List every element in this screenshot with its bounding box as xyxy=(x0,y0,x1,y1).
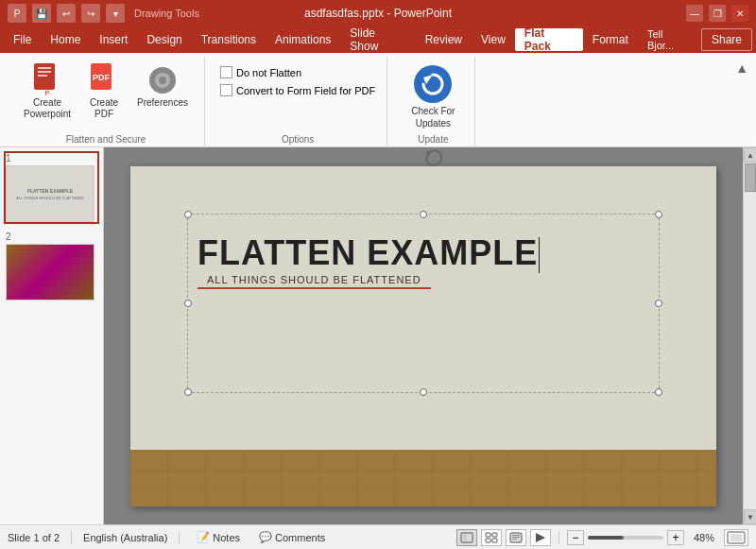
menu-transitions[interactable]: Transitions xyxy=(192,28,266,51)
status-sep-2 xyxy=(179,531,180,544)
status-sep-1 xyxy=(71,531,72,544)
undo-icon[interactable]: ↩ xyxy=(57,4,76,23)
status-left: Slide 1 of 2 English (Australia) 📝 Notes… xyxy=(8,529,456,545)
comments-button[interactable]: 💬 Comments xyxy=(253,529,331,545)
slide-floor xyxy=(130,450,716,506)
customize-icon[interactable]: ▾ xyxy=(106,4,125,23)
title-bar-left: P 💾 ↩ ↪ ▾ Drawing Tools xyxy=(8,4,199,23)
window-title: asdfasdfas.pptx - PowerPoint xyxy=(304,7,452,20)
fit-window-button[interactable] xyxy=(724,529,748,546)
ribbon-group-options-items: Do not Flatten Convert to Form Field for… xyxy=(220,57,375,134)
check-updates-label: Check For Updates xyxy=(411,105,455,129)
menu-animations[interactable]: Animations xyxy=(266,28,340,51)
rotation-indicator xyxy=(423,147,444,171)
menu-share[interactable]: Share xyxy=(701,28,752,51)
svg-rect-19 xyxy=(492,533,497,537)
do-not-flatten-checkbox[interactable]: Do not Flatten xyxy=(220,66,375,78)
handle-top-center[interactable] xyxy=(420,211,427,218)
svg-rect-24 xyxy=(512,537,520,538)
restore-button[interactable]: ❐ xyxy=(709,5,726,22)
zoom-slider[interactable] xyxy=(588,536,663,540)
handle-bottom-center[interactable] xyxy=(420,388,427,396)
ribbon-content: P CreatePowerpoint PDF CreatePDF xyxy=(0,53,756,150)
close-button[interactable]: ✕ xyxy=(731,5,748,22)
normal-view-button[interactable] xyxy=(456,529,477,546)
handle-middle-left[interactable] xyxy=(184,300,192,307)
menu-format[interactable]: Format xyxy=(583,28,638,51)
slide-main-text: FLATTEN EXAMPLE xyxy=(188,233,659,273)
slide-thumb-2[interactable]: 2 xyxy=(4,230,99,302)
menu-bar: File Home Insert Design Transitions Anim… xyxy=(0,26,756,53)
zoom-level[interactable]: 48% xyxy=(688,530,720,545)
scroll-thumb[interactable] xyxy=(745,163,756,192)
comments-label: Comments xyxy=(275,532,325,543)
notes-label: Notes xyxy=(213,532,240,543)
convert-pdf-checkbox[interactable]: Convert to Form Field for PDF xyxy=(220,84,375,96)
slide-sub-text: ALL THINGS SHOULD BE FLATTENED xyxy=(198,274,431,289)
handle-bottom-right[interactable] xyxy=(655,388,662,396)
collapse-ribbon-button[interactable]: ▲ xyxy=(735,57,748,76)
ribbon: P CreatePowerpoint PDF CreatePDF xyxy=(0,53,756,147)
create-pdf-icon: PDF xyxy=(87,63,121,97)
ribbon-group-flatten-label: Flatten and Secure xyxy=(66,134,146,146)
menu-flatpack[interactable]: Flat Pack xyxy=(515,28,583,51)
preferences-button[interactable]: Preferences xyxy=(132,60,193,112)
minimize-button[interactable]: — xyxy=(686,5,703,22)
svg-rect-1 xyxy=(38,67,51,69)
svg-rect-28 xyxy=(730,534,742,541)
zoom-in-button[interactable]: + xyxy=(667,530,684,545)
slide-1-number: 1 xyxy=(6,153,97,163)
scroll-down-button[interactable]: ▼ xyxy=(744,509,756,524)
zoom-percent: 48% xyxy=(694,532,714,543)
menu-view[interactable]: View xyxy=(472,28,515,51)
handle-bottom-left[interactable] xyxy=(184,388,192,396)
zoom-out-button[interactable]: − xyxy=(567,530,584,545)
slide-thumb-1[interactable]: 1 FLATTEN EXAMPLE ALL THINGS SHOULD BE F… xyxy=(4,151,99,224)
slideshow-view-button[interactable] xyxy=(530,529,551,546)
reading-view-button[interactable] xyxy=(506,529,526,546)
create-pdf-button[interactable]: PDF CreatePDF xyxy=(81,60,127,123)
redo-icon[interactable]: ↪ xyxy=(81,4,100,23)
language-info: English (Australia) xyxy=(83,532,167,543)
slide-textbox[interactable]: FLATTEN EXAMPLE ALL THINGS SHOULD BE FLA… xyxy=(187,214,660,393)
notes-button[interactable]: 📝 Notes xyxy=(191,529,246,545)
ribbon-group-flatten: P CreatePowerpoint PDF CreatePDF xyxy=(8,57,205,146)
notes-icon: 📝 xyxy=(197,531,210,543)
app-icon: P xyxy=(8,4,26,23)
svg-text:PDF: PDF xyxy=(93,73,111,82)
check-for-updates-button[interactable]: Check For Updates xyxy=(403,60,463,134)
svg-point-9 xyxy=(159,77,166,84)
svg-rect-18 xyxy=(486,533,490,537)
menu-file[interactable]: File xyxy=(4,28,41,51)
create-powerpoint-button[interactable]: P CreatePowerpoint xyxy=(19,60,76,123)
canvas-area[interactable]: FLATTEN EXAMPLE ALL THINGS SHOULD BE FLA… xyxy=(104,147,743,524)
title-bar: P 💾 ↩ ↪ ▾ Drawing Tools asdfasdfas.pptx … xyxy=(0,0,756,26)
svg-rect-11 xyxy=(162,88,163,94)
convert-pdf-box[interactable] xyxy=(220,84,232,96)
save-icon[interactable]: 💾 xyxy=(32,4,51,23)
svg-rect-12 xyxy=(149,79,155,81)
create-powerpoint-icon: P xyxy=(30,63,64,97)
scroll-up-button[interactable]: ▲ xyxy=(744,147,756,163)
svg-rect-23 xyxy=(512,535,520,536)
menu-insert[interactable]: Insert xyxy=(90,28,137,51)
status-right: − + 48% xyxy=(456,529,748,546)
status-bar: Slide 1 of 2 English (Australia) 📝 Notes… xyxy=(0,524,756,549)
menu-home[interactable]: Home xyxy=(41,28,90,51)
main-area: 1 FLATTEN EXAMPLE ALL THINGS SHOULD BE F… xyxy=(0,147,756,524)
scroll-track xyxy=(744,163,756,509)
svg-rect-13 xyxy=(170,79,176,81)
ribbon-group-flatten-items: P CreatePowerpoint PDF CreatePDF xyxy=(19,57,193,134)
handle-top-right[interactable] xyxy=(655,211,662,218)
do-not-flatten-box[interactable] xyxy=(220,66,232,78)
slide-sub-text-container: ALL THINGS SHOULD BE FLATTENED xyxy=(188,273,659,289)
menu-design[interactable]: Design xyxy=(137,28,191,51)
vertical-scrollbar: ▲ ▼ xyxy=(743,147,756,524)
menu-review[interactable]: Review xyxy=(416,28,472,51)
menu-help[interactable]: Tell Bjor... xyxy=(638,28,701,51)
handle-top-left[interactable] xyxy=(184,211,192,218)
handle-middle-right[interactable] xyxy=(655,300,662,307)
menu-slideshow[interactable]: Slide Show xyxy=(340,28,415,51)
grid-view-button[interactable] xyxy=(481,529,502,546)
ribbon-group-update: Check For Updates Update xyxy=(391,57,475,146)
